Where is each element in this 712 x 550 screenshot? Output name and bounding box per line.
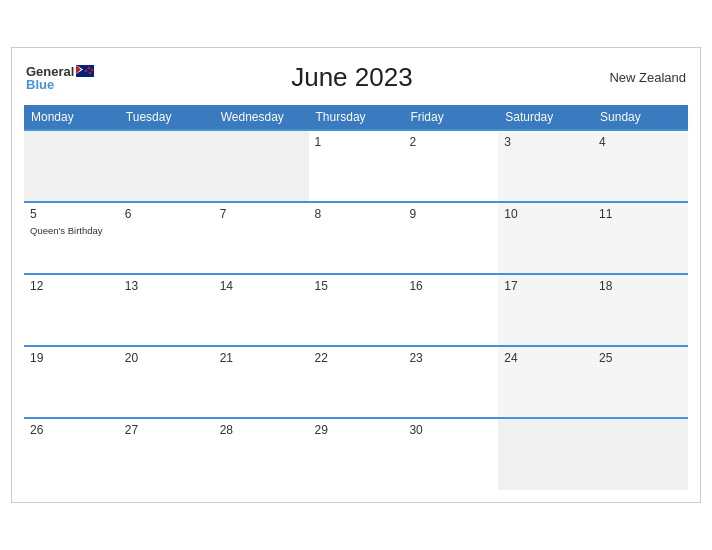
calendar-cell: 8 (309, 202, 404, 274)
calendar-cell: 24 (498, 346, 593, 418)
week-row-4: 2627282930 (24, 418, 688, 490)
calendar-cell: 5Queen's Birthday (24, 202, 119, 274)
week-row-1: 5Queen's Birthday67891011 (24, 202, 688, 274)
logo-blue-text: Blue (26, 78, 94, 91)
holiday-label: Queen's Birthday (30, 225, 103, 236)
day-number: 30 (409, 423, 492, 437)
calendar-cell: 21 (214, 346, 309, 418)
calendar-cell (593, 418, 688, 490)
calendar-cell: 1 (309, 130, 404, 202)
calendar-cell (24, 130, 119, 202)
day-number: 19 (30, 351, 113, 365)
calendar-cell: 29 (309, 418, 404, 490)
day-header-wednesday: Wednesday (214, 105, 309, 130)
svg-point-7 (85, 70, 87, 72)
calendar-cell: 27 (119, 418, 214, 490)
logo-general-text: General (26, 65, 74, 78)
calendar-cell: 10 (498, 202, 593, 274)
day-number: 15 (315, 279, 398, 293)
calendar-cell: 6 (119, 202, 214, 274)
day-number: 10 (504, 207, 587, 221)
calendar-cell: 15 (309, 274, 404, 346)
calendar-header: General Blue June 2023 New Zealand (24, 58, 688, 97)
logo-flag-icon (76, 65, 94, 77)
calendar-cell: 18 (593, 274, 688, 346)
svg-point-6 (89, 72, 91, 74)
day-number: 2 (409, 135, 492, 149)
day-number: 13 (125, 279, 208, 293)
day-number: 9 (409, 207, 492, 221)
day-number: 20 (125, 351, 208, 365)
day-number: 27 (125, 423, 208, 437)
day-number: 26 (30, 423, 113, 437)
calendar-cell (498, 418, 593, 490)
day-number: 17 (504, 279, 587, 293)
week-row-0: 1234 (24, 130, 688, 202)
day-number: 28 (220, 423, 303, 437)
calendar-cell: 12 (24, 274, 119, 346)
day-number: 23 (409, 351, 492, 365)
calendar-cell: 28 (214, 418, 309, 490)
day-header-tuesday: Tuesday (119, 105, 214, 130)
calendar-cell: 25 (593, 346, 688, 418)
day-header-thursday: Thursday (309, 105, 404, 130)
calendar-cell: 22 (309, 346, 404, 418)
svg-point-5 (91, 69, 93, 71)
day-number: 11 (599, 207, 682, 221)
day-number: 22 (315, 351, 398, 365)
calendar-cell: 20 (119, 346, 214, 418)
day-header-friday: Friday (403, 105, 498, 130)
day-number: 29 (315, 423, 398, 437)
calendar-cell: 23 (403, 346, 498, 418)
calendar-cell (119, 130, 214, 202)
week-row-3: 19202122232425 (24, 346, 688, 418)
calendar-cell: 19 (24, 346, 119, 418)
day-number: 6 (125, 207, 208, 221)
calendar-cell: 13 (119, 274, 214, 346)
calendar-cell: 9 (403, 202, 498, 274)
calendar-container: General Blue June 2023 New Zealand Monda… (11, 47, 701, 503)
week-row-2: 12131415161718 (24, 274, 688, 346)
days-header-row: MondayTuesdayWednesdayThursdayFridaySatu… (24, 105, 688, 130)
calendar-title: June 2023 (94, 62, 609, 93)
day-number: 24 (504, 351, 587, 365)
calendar-cell: 16 (403, 274, 498, 346)
day-number: 12 (30, 279, 113, 293)
day-number: 5 (30, 207, 113, 221)
day-number: 16 (409, 279, 492, 293)
calendar-cell: 14 (214, 274, 309, 346)
day-number: 18 (599, 279, 682, 293)
day-number: 8 (315, 207, 398, 221)
day-number: 4 (599, 135, 682, 149)
calendar-grid: MondayTuesdayWednesdayThursdayFridaySatu… (24, 105, 688, 490)
day-header-sunday: Sunday (593, 105, 688, 130)
calendar-cell: 11 (593, 202, 688, 274)
day-number: 25 (599, 351, 682, 365)
day-number: 1 (315, 135, 398, 149)
calendar-cell: 4 (593, 130, 688, 202)
calendar-cell: 3 (498, 130, 593, 202)
day-number: 14 (220, 279, 303, 293)
day-number: 7 (220, 207, 303, 221)
calendar-cell: 2 (403, 130, 498, 202)
logo: General Blue (26, 65, 94, 91)
day-number: 21 (220, 351, 303, 365)
calendar-country: New Zealand (609, 70, 686, 85)
day-header-monday: Monday (24, 105, 119, 130)
calendar-cell: 30 (403, 418, 498, 490)
day-header-saturday: Saturday (498, 105, 593, 130)
day-number: 3 (504, 135, 587, 149)
calendar-cell: 7 (214, 202, 309, 274)
calendar-cell: 26 (24, 418, 119, 490)
svg-point-4 (88, 67, 91, 70)
calendar-cell: 17 (498, 274, 593, 346)
calendar-cell (214, 130, 309, 202)
